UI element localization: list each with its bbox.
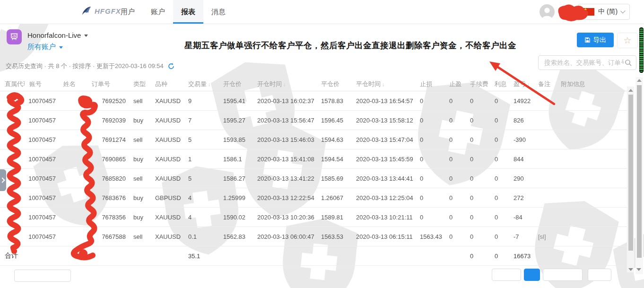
favorite-button[interactable]: ☆ xyxy=(617,33,638,48)
table-cell: 1585.69 xyxy=(316,169,351,188)
pagination-prev-button[interactable] xyxy=(492,269,521,281)
table-cell: 4 xyxy=(183,208,218,227)
table-cell: 844 xyxy=(509,149,533,169)
column-header-6[interactable]: 交易量↓ xyxy=(183,78,218,91)
table-cell: XAUUSD xyxy=(150,111,183,130)
table-cell: 16673 xyxy=(509,246,533,266)
filler-cell xyxy=(594,246,629,266)
chevron-down-icon xyxy=(620,9,625,13)
chevron-right-icon xyxy=(0,177,5,183)
scroll-up-arrow[interactable] xyxy=(637,79,642,82)
table-cell: 1563.53 xyxy=(316,227,351,246)
user-avatar[interactable] xyxy=(540,4,555,19)
table-cell: 0 xyxy=(444,208,465,227)
table-cell xyxy=(0,91,25,111)
table-cell: -7 xyxy=(509,227,533,246)
table-cell xyxy=(533,149,556,169)
table-cell: 7 xyxy=(183,111,218,130)
language-selector[interactable]: ★ 中 (简) xyxy=(578,4,630,20)
column-header-16[interactable]: 备注 xyxy=(533,78,556,91)
table-cell: 0 xyxy=(415,149,444,169)
account-group-label: Honorfalcon-Live xyxy=(27,31,81,39)
drawer-expand-handle[interactable] xyxy=(0,169,6,191)
table-cell xyxy=(59,208,87,227)
pagination-next-button[interactable] xyxy=(543,269,583,281)
table-cell: 1578.83 xyxy=(316,91,351,111)
table-cell: XAUUSD xyxy=(150,149,183,169)
table-cell: 0 xyxy=(415,91,444,111)
column-header-17[interactable]: 附加信息 xyxy=(556,78,594,91)
table-cell: 0 xyxy=(490,91,509,111)
column-header-10[interactable]: 平仓时间↓ xyxy=(351,78,415,91)
table-total-row: 合计35.10016673 xyxy=(0,246,629,266)
account-group-dropdown[interactable]: Honorfalcon-Live xyxy=(27,31,88,39)
scroll-down-arrow[interactable] xyxy=(636,268,641,271)
column-header-11[interactable]: 止损 xyxy=(415,78,444,91)
china-flag-icon: ★ xyxy=(583,8,594,16)
refresh-icon[interactable] xyxy=(167,62,175,70)
table-cell: 4 xyxy=(183,188,218,208)
column-header-3[interactable]: 订单号 xyxy=(87,78,129,91)
table-cell: sell xyxy=(129,169,150,188)
table-cell: 272 xyxy=(509,188,533,208)
sort-descending-icon[interactable]: ↓ xyxy=(208,81,211,87)
search-icon[interactable] xyxy=(625,59,632,67)
column-header-4[interactable]: 类型 xyxy=(129,78,150,91)
nav-tab-messages[interactable]: 消息 xyxy=(203,0,234,22)
column-header-8[interactable]: 开仓时间↓ xyxy=(252,78,316,91)
table-cell: XAUUSD xyxy=(150,169,183,188)
column-header-1[interactable]: 账号 xyxy=(25,78,59,91)
nav-tab-reports[interactable]: 报表 xyxy=(173,0,203,24)
column-header-0[interactable]: 直属代理 xyxy=(0,78,25,91)
table-cell: 0 xyxy=(465,149,490,169)
table-cell xyxy=(556,246,594,266)
table-cell: 0 xyxy=(444,227,465,246)
column-header-5[interactable]: 品种 xyxy=(150,78,183,91)
account-scope-label: 所有账户 xyxy=(27,43,56,52)
red-arrow-head xyxy=(489,61,500,71)
table-cell: 7691274 xyxy=(87,130,129,149)
column-header-2[interactable]: 姓名 xyxy=(59,78,87,91)
sort-descending-icon[interactable]: ↓ xyxy=(527,81,530,87)
search-input[interactable] xyxy=(543,59,625,67)
nav-tab-accounts[interactable]: 账户 xyxy=(143,0,173,22)
table-cell: -390 xyxy=(509,130,533,149)
table-cell: 2020-03-13 15:46:03 xyxy=(252,130,316,149)
table-cell xyxy=(0,149,25,169)
table-cell xyxy=(59,91,87,111)
sort-descending-icon[interactable]: ↓ xyxy=(382,81,385,87)
page-size-select[interactable] xyxy=(14,270,71,282)
table-cell: sell xyxy=(129,227,150,246)
column-header-12[interactable]: 止盈 xyxy=(444,78,465,91)
table-cell: 7683676 xyxy=(87,188,129,208)
column-header-13[interactable]: 手续费 xyxy=(465,78,490,91)
table-scroll-down-arrow[interactable] xyxy=(628,268,633,271)
table-scrollbar-thumb[interactable] xyxy=(628,95,633,251)
page-scrollbar-thumb[interactable] xyxy=(637,85,642,258)
column-header-9[interactable]: 平仓价 xyxy=(316,78,351,91)
pagination-jump-button[interactable] xyxy=(588,269,611,281)
filler-header xyxy=(594,78,629,91)
table-cell: 1586.1 xyxy=(218,149,252,169)
account-scope-dropdown[interactable]: 所有账户 xyxy=(27,43,63,52)
table-cell: 1593.85 xyxy=(218,130,252,149)
column-header-14[interactable]: 利息 xyxy=(490,78,509,91)
sort-descending-icon[interactable]: ↓ xyxy=(283,81,286,87)
table-cell xyxy=(59,227,87,246)
table-cell: 35.1 xyxy=(183,246,218,266)
filler-cell xyxy=(594,130,629,149)
table-cell: 2020-03-13 06:00:47 xyxy=(252,227,316,246)
table-scroll-up-arrow[interactable] xyxy=(628,89,633,92)
table-cell: 0 xyxy=(490,246,509,266)
column-header-15[interactable]: 盈亏↓ xyxy=(509,78,533,91)
table-cell: 1563.43 xyxy=(415,227,444,246)
nav-tab-users[interactable]: 用户 xyxy=(113,0,143,22)
table-cell: 0 xyxy=(444,169,465,188)
table-cell: 9 xyxy=(183,91,218,111)
export-button[interactable]: 导出 xyxy=(577,33,614,47)
save-icon xyxy=(584,37,591,43)
column-header-7[interactable]: 开仓价 xyxy=(218,78,252,91)
table-cell: 0 xyxy=(444,111,465,130)
table-cell: 0 xyxy=(465,227,490,246)
pagination-current-page[interactable] xyxy=(524,269,540,281)
